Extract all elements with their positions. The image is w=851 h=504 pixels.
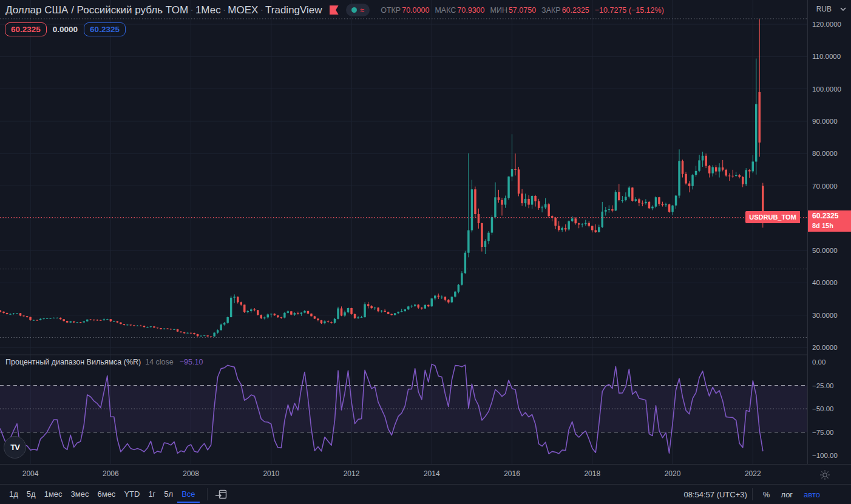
tradingview-app: Доллар США / Российский рубль TOM·1Мес·M… — [0, 0, 851, 504]
currency-label[interactable]: RUB — [816, 5, 832, 13]
toolbar-divider — [752, 488, 753, 500]
bottom-toolbar: 1д5д1мес3мес6месYTD1г5лВсе 08:54:57 (UTC… — [0, 484, 851, 504]
indicator-axis-tick: 0.00 — [812, 358, 826, 366]
quote-badges: 60.2325 0.0000 60.2325 — [5, 22, 126, 36]
chevron-down-icon[interactable] — [840, 7, 846, 11]
market-open-dot-icon — [351, 7, 357, 13]
range-button-1мес[interactable]: 1мес — [40, 486, 67, 503]
flag-icon[interactable] — [330, 5, 339, 15]
range-button-5л[interactable]: 5л — [160, 486, 177, 503]
spread-value: 0.0000 — [53, 25, 78, 34]
indicator-value: −95.10 — [180, 358, 203, 366]
time-axis-year-label: 2012 — [344, 469, 360, 478]
last-price-symbol-tag: USDRUB_TOM — [745, 211, 800, 223]
toolbar-divider — [207, 488, 208, 500]
price-axis-tick: 110.0000 — [812, 53, 841, 60]
price-axis-tick: 100.0000 — [812, 86, 841, 93]
main-chart[interactable] — [0, 0, 807, 464]
clock[interactable]: 08:54:57 (UTC+3) — [683, 490, 747, 499]
indicator-legend[interactable]: Процентный диапазон Вильямса (%R) 14 clo… — [5, 358, 203, 366]
price-axis-tick: 30.0000 — [812, 312, 838, 319]
low-label: МИН — [490, 6, 507, 15]
auto-scale-button[interactable]: авто — [798, 487, 826, 502]
last-price-value: 60.2325 — [812, 212, 851, 221]
price-axis-tick: 90.0000 — [812, 118, 838, 125]
time-axis-year-label: 2022 — [745, 469, 761, 478]
log-scale-button[interactable]: лог — [775, 487, 798, 502]
bar-countdown: 8d 15h — [812, 221, 851, 230]
low-value: 57.0750 — [509, 6, 536, 15]
time-axis-year-label: 2008 — [183, 469, 199, 478]
percent-scale-button[interactable]: % — [758, 487, 776, 502]
exchange-label: MOEX — [228, 4, 258, 16]
indicator-params: 14 close — [145, 358, 174, 366]
market-status-pill[interactable]: ≈ — [346, 4, 370, 16]
time-axis-year-label: 2004 — [22, 469, 39, 478]
range-button-1д[interactable]: 1д — [5, 486, 22, 503]
high-value: 70.9300 — [457, 6, 484, 15]
indicator-title[interactable]: Процентный диапазон Вильямса (%R) — [5, 358, 141, 366]
price-axis[interactable]: RUB 120.0000110.0000100.000090.000080.00… — [807, 0, 851, 464]
range-button-1г[interactable]: 1г — [144, 486, 160, 503]
time-axis[interactable]: 2004200620082010201220142016201820202022 — [0, 464, 851, 484]
price-axis-tick: 20.0000 — [812, 344, 838, 351]
time-axis-year-label: 2016 — [504, 469, 520, 478]
time-axis-year-label: 2006 — [103, 469, 119, 478]
chart-canvas[interactable] — [0, 0, 807, 464]
range-button-Все[interactable]: Все — [177, 486, 199, 503]
tradingview-logo[interactable]: TV — [4, 436, 26, 459]
delayed-data-icon: ≈ — [361, 6, 365, 15]
price-axis-tick: 80.0000 — [812, 150, 838, 157]
indicator-axis-tick: −50.00 — [812, 405, 834, 412]
price-axis-tick: 120.0000 — [812, 21, 841, 28]
axis-settings-sun-icon[interactable] — [819, 469, 830, 480]
ask-badge[interactable]: 60.2325 — [84, 22, 126, 36]
close-label: ЗАКР — [541, 6, 561, 15]
go-to-date-icon[interactable] — [215, 488, 228, 500]
range-button-YTD[interactable]: YTD — [120, 486, 144, 503]
timeframe-label[interactable]: 1Мес — [195, 4, 221, 16]
range-buttons: 1д5д1мес3мес6месYTD1г5лВсе — [5, 486, 200, 503]
bid-badge[interactable]: 60.2325 — [5, 22, 47, 36]
range-button-3мес[interactable]: 3мес — [67, 486, 93, 503]
symbol-name: Доллар США / Российский рубль TOM — [5, 4, 188, 16]
platform-label: TradingView — [265, 4, 322, 16]
close-value: 60.2325 — [562, 6, 589, 15]
symbol-title[interactable]: Доллар США / Российский рубль TOM·1Мес·M… — [5, 4, 322, 16]
price-axis-tick: 50.0000 — [812, 247, 838, 254]
chart-legend: Доллар США / Российский рубль TOM·1Мес·M… — [5, 4, 664, 16]
indicator-axis-tick: −75.00 — [812, 429, 834, 436]
open-value: 70.0000 — [402, 6, 429, 15]
time-axis-year-label: 2018 — [584, 469, 600, 478]
ohlc-row: ОТКР70.0000 МАКС70.9300 МИН57.0750 ЗАКР6… — [381, 6, 664, 15]
range-button-5д[interactable]: 5д — [22, 486, 40, 503]
last-price-axis-label: 60.2325 8d 15h — [808, 210, 851, 232]
high-label: МАКС — [435, 6, 456, 15]
time-axis-year-label: 2020 — [665, 469, 681, 478]
indicator-axis-tick: −100.00 — [812, 452, 838, 459]
indicator-axis-tick: −25.00 — [812, 382, 834, 389]
change-value: −10.7275 (−15.12%) — [595, 6, 664, 15]
range-button-6мес[interactable]: 6мес — [93, 486, 120, 503]
price-axis-tick: 40.0000 — [812, 279, 838, 286]
time-axis-year-label: 2010 — [263, 469, 279, 478]
open-label: ОТКР — [381, 6, 401, 15]
price-axis-tick: 70.0000 — [812, 183, 838, 190]
time-axis-year-label: 2014 — [424, 469, 440, 478]
